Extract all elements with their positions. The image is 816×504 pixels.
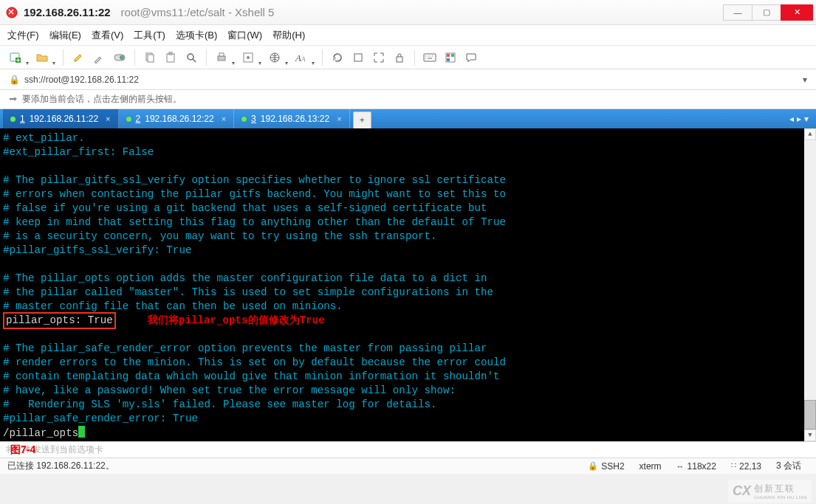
chat-icon[interactable] — [462, 48, 481, 67]
separator — [322, 49, 323, 66]
status-connection: 已连接 192.168.26.11:22。 — [7, 460, 114, 472]
menu-tools[interactable]: 工具(T) — [134, 29, 165, 42]
term-line: # keep in mind that setting this flag to… — [3, 216, 506, 228]
session-tab-1[interactable]: 1 192.168.26.11:22 × — [3, 109, 119, 128]
menu-bar: 文件(F) 编辑(E) 查看(V) 工具(T) 选项卡(B) 窗口(W) 帮助(… — [0, 25, 816, 46]
scroll-track[interactable] — [804, 140, 816, 400]
brand-cn: 创新互联 — [754, 483, 807, 495]
menu-tabs[interactable]: 选项卡(B) — [176, 29, 217, 42]
hint-bar: ⮕ 要添加当前会话，点击左侧的箭头按钮。 — [0, 90, 816, 109]
cursor-icon — [78, 426, 85, 438]
term-line: # The pillar_safe_render_error option pr… — [3, 342, 487, 354]
menu-window[interactable]: 窗口(W) — [227, 29, 262, 42]
svg-rect-10 — [218, 56, 225, 61]
svg-point-9 — [188, 54, 193, 60]
tab-close-icon[interactable]: × — [106, 114, 110, 123]
menu-edit[interactable]: 编辑(E) — [49, 29, 81, 42]
title-host: 192.168.26.11:22 — [24, 6, 111, 18]
lock-icon[interactable] — [390, 48, 409, 67]
hint-text: 要添加当前会话，点击左侧的箭头按钮。 — [22, 93, 182, 106]
term-line: #ext_pillar_first: False — [3, 146, 154, 158]
separator — [414, 49, 415, 66]
toggle-icon[interactable] — [110, 48, 129, 67]
globe-icon[interactable] — [265, 48, 284, 67]
tab-nav: ◂ ▸ ▾ — [785, 109, 813, 128]
term-line: # false if you're using a git backend th… — [3, 202, 487, 214]
font-icon[interactable]: AA — [292, 48, 311, 67]
status-sessions: 3 会话 — [776, 460, 801, 472]
term-highlight-line: pillar_opts: True我们将pillar_opts的值修改为True — [3, 314, 116, 326]
session-tab-2[interactable]: 2 192.168.26.12:22 × — [119, 109, 235, 128]
open-folder-icon[interactable] — [32, 48, 52, 67]
svg-rect-21 — [447, 54, 450, 57]
lock-small-icon: 🔒 — [9, 75, 20, 85]
new-session-icon[interactable] — [6, 48, 25, 67]
tab-close-icon[interactable]: × — [337, 114, 341, 123]
paste-icon[interactable] — [161, 48, 180, 67]
keyboard-icon[interactable] — [420, 48, 439, 67]
refresh-icon[interactable] — [328, 48, 347, 67]
title-path: root@vms11:/etc/salt - Xshell 5 — [121, 6, 275, 18]
term-line: # ext_pillar. — [3, 132, 85, 144]
tab-number: 3 — [251, 114, 256, 124]
scroll-thumb[interactable] — [804, 400, 816, 429]
arrow-add-icon[interactable]: ⮕ — [9, 94, 18, 105]
close-button[interactable]: ✕ — [781, 4, 813, 21]
expand-icon[interactable] — [369, 48, 388, 67]
palette-icon[interactable] — [441, 48, 460, 67]
tab-prev-icon[interactable]: ◂ — [789, 114, 794, 124]
app-icon — [4, 5, 19, 20]
minimize-button[interactable]: — — [723, 4, 752, 21]
tab-number: 2 — [136, 114, 141, 124]
address-text[interactable]: ssh://root@192.168.26.11:22 — [24, 75, 798, 85]
maximize-icon[interactable] — [349, 48, 368, 67]
term-line: # Rendering SLS 'my.sls' failed. Please … — [3, 398, 436, 410]
svg-rect-7 — [167, 54, 174, 62]
term-line: # have, like a password! When set true t… — [3, 384, 456, 396]
menu-file[interactable]: 文件(F) — [7, 29, 39, 42]
session-tab-3[interactable]: 3 192.168.26.13:22 × — [234, 109, 350, 128]
tab-add-button[interactable]: + — [353, 111, 371, 128]
svg-rect-8 — [169, 52, 172, 55]
status-term: xterm — [640, 461, 662, 472]
term-line: # master config file that can then be us… — [3, 300, 343, 312]
svg-rect-6 — [148, 55, 154, 62]
term-line: # render errors to the minion. This is s… — [3, 356, 506, 368]
status-dot-icon — [126, 117, 131, 122]
term-annotation: 我们将pillar_opts的值修改为True — [148, 314, 325, 328]
svg-text:A: A — [295, 52, 301, 63]
svg-rect-22 — [451, 54, 454, 57]
search-icon[interactable] — [182, 48, 201, 67]
highlight-icon[interactable] — [69, 48, 88, 67]
scroll-down-icon[interactable]: ▼ — [804, 429, 816, 441]
svg-text:A: A — [301, 55, 306, 63]
address-dropdown-icon[interactable]: ▾ — [798, 75, 812, 85]
svg-rect-17 — [354, 54, 362, 61]
scroll-up-icon[interactable]: ▲ — [804, 128, 816, 140]
term-line: # The pillar_gitfs_ssl_verify option spe… — [3, 174, 506, 186]
terminal-view[interactable]: # ext_pillar. #ext_pillar_first: False #… — [0, 128, 816, 441]
svg-rect-18 — [397, 57, 402, 62]
maximize-button[interactable]: ▢ — [752, 4, 781, 21]
tab-next-icon[interactable]: ▸ — [797, 114, 801, 124]
menu-help[interactable]: 帮助(H) — [272, 29, 305, 42]
scrollbar[interactable]: ▲ ▼ — [804, 128, 816, 441]
status-pos: ∷22,13 — [731, 461, 761, 472]
tab-label: 192.168.26.12:22 — [145, 114, 213, 124]
term-line: # contain templating data which would gi… — [3, 370, 500, 382]
copy-icon[interactable] — [140, 48, 160, 67]
tab-label: 192.168.26.13:22 — [261, 114, 329, 124]
tab-menu-icon[interactable]: ▾ — [804, 114, 809, 124]
term-line: # errors when contacting the pillar gitf… — [3, 188, 506, 200]
term-line: # the pillar called "master". This is us… — [3, 286, 493, 298]
pos-icon: ∷ — [731, 461, 736, 471]
print-icon[interactable] — [212, 48, 231, 67]
term-highlight-box: pillar_opts: True — [3, 312, 116, 329]
eyedropper-icon[interactable] — [89, 48, 109, 67]
tab-close-icon[interactable]: × — [222, 114, 226, 123]
address-bar: 🔒 ssh://root@192.168.26.11:22 ▾ — [0, 69, 816, 90]
compose-bar[interactable]: 图7-4 将文本发送到当前选项卡 — [0, 441, 816, 458]
menu-view[interactable]: 查看(V) — [92, 29, 123, 42]
target-icon[interactable] — [239, 48, 258, 67]
lock-tiny-icon: 🔒 — [588, 461, 598, 471]
